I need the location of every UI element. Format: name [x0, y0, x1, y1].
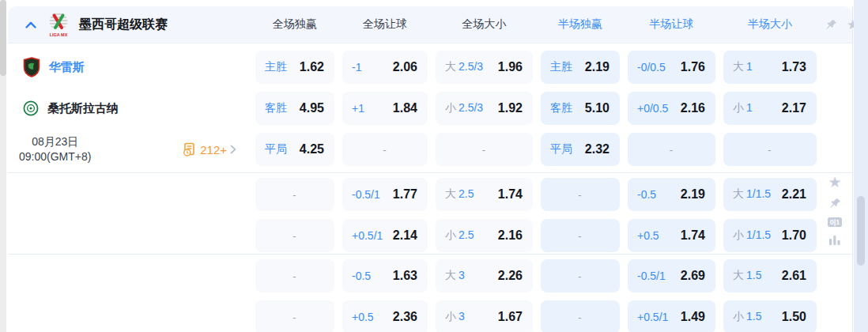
- odds-section-main: 华雷斯 主胜1.62-12.06大2.5/31.96主胜2.19-0/0.51.…: [8, 43, 852, 166]
- odds-cell[interactable]: -0.51.63: [342, 259, 428, 292]
- odds-line-label: 2.5: [459, 187, 474, 200]
- odds-label: -0.5/1: [637, 270, 666, 282]
- odds-label: 小2.5: [445, 228, 474, 243]
- odds-value: 2.21: [782, 187, 806, 202]
- odds-label: +0.5/1: [637, 311, 668, 323]
- odds-cell[interactable]: -12.06: [342, 51, 428, 84]
- odds-cell[interactable]: 主胜2.19: [541, 51, 620, 84]
- odds-cell[interactable]: -: [541, 259, 620, 292]
- odds-cell[interactable]: 小31.67: [436, 300, 533, 332]
- odds-cell[interactable]: -: [723, 133, 817, 166]
- odds-cell[interactable]: 大11.73: [723, 51, 817, 84]
- odds-line-label: 1/1.5: [746, 187, 771, 200]
- away-team-logo: [23, 100, 39, 116]
- odds-side-label: 大: [733, 60, 744, 73]
- column-header-6[interactable]: 半场大小: [723, 17, 817, 32]
- odds-cell[interactable]: -: [628, 133, 715, 166]
- odds-cell[interactable]: 大1/1.52.21: [723, 178, 817, 211]
- odds-cell[interactable]: +0/0.52.16: [628, 92, 715, 125]
- odds-cell[interactable]: +0.5/11.49: [628, 300, 715, 332]
- odds-empty: -: [578, 230, 581, 242]
- score-view-icon[interactable]: 0|1: [828, 217, 843, 227]
- odds-cell[interactable]: -: [436, 133, 533, 166]
- odds-cell[interactable]: 大2.5/31.96: [436, 51, 533, 84]
- odds-line-label: +0.5/1: [352, 229, 383, 242]
- odds-line-label: -0.5/1: [352, 188, 380, 201]
- odds-cell[interactable]: 小12.17: [723, 92, 817, 125]
- odds-label: 小2.5/3: [445, 101, 483, 115]
- odds-cell[interactable]: 平局4.25: [255, 133, 334, 166]
- column-header-5[interactable]: 半场让球: [628, 17, 715, 32]
- odds-label: 大3: [445, 269, 465, 283]
- odds-cell[interactable]: 大1.52.61: [723, 259, 817, 292]
- odds-cell[interactable]: 大32.26: [436, 259, 533, 292]
- odds-cell[interactable]: 客胜4.95: [255, 92, 334, 125]
- odds-row: --0.51.63大32.26--0.5/12.69大1.52.61: [8, 259, 852, 292]
- odds-label: 大2.5: [445, 187, 474, 202]
- odds-cell[interactable]: -: [255, 300, 334, 332]
- odds-value: 2.17: [782, 101, 806, 115]
- more-markets-link[interactable]: 212+: [183, 142, 236, 157]
- odds-cell[interactable]: +0.5/12.14: [342, 219, 428, 252]
- column-header-4[interactable]: 半场独赢: [541, 17, 620, 32]
- left-scrollbar-track[interactable]: [0, 0, 6, 332]
- column-header-1[interactable]: 全场独赢: [255, 17, 334, 32]
- odds-value: 1.74: [681, 228, 705, 243]
- odds-line-label: 1.5: [746, 310, 761, 323]
- odds-cell[interactable]: -0.5/12.69: [628, 259, 715, 292]
- odds-label: -0.5: [352, 270, 371, 282]
- odds-cell[interactable]: -: [541, 178, 620, 211]
- odds-cell[interactable]: -: [541, 219, 620, 252]
- odds-side-label: 小: [445, 228, 456, 241]
- left-scrollbar-thumb[interactable]: [0, 0, 6, 76]
- odds-side-label: 小: [445, 310, 456, 323]
- league-info: LIGA MX 墨西哥超级联赛: [8, 11, 247, 38]
- favorite-star-icon[interactable]: ★: [828, 175, 841, 190]
- right-scrollbar-thumb[interactable]: [857, 196, 865, 266]
- odds-empty: -: [670, 144, 673, 156]
- column-header-2[interactable]: 全场让球: [342, 17, 428, 32]
- odds-cell[interactable]: -: [255, 178, 334, 211]
- odds-cell[interactable]: +0.52.36: [342, 300, 428, 332]
- odds-side-label: 小: [733, 228, 744, 241]
- odds-cell[interactable]: 平局2.32: [541, 133, 620, 166]
- odds-cell[interactable]: 小2.5/31.92: [436, 92, 533, 125]
- odds-cell[interactable]: 大2.51.74: [436, 178, 533, 211]
- odds-value: 2.69: [681, 269, 705, 283]
- collapse-button[interactable]: [24, 17, 38, 32]
- odds-value: 2.06: [393, 60, 417, 74]
- away-team-name[interactable]: 桑托斯拉古纳: [47, 101, 119, 116]
- right-scrollbar-track[interactable]: [854, 0, 868, 332]
- odds-empty: -: [292, 270, 296, 282]
- odds-cell[interactable]: +0.51.74: [628, 219, 715, 252]
- odds-cell[interactable]: 客胜5.10: [541, 92, 620, 125]
- column-header-3[interactable]: 全场大小: [436, 17, 533, 32]
- odds-cell[interactable]: 主胜1.62: [255, 51, 334, 84]
- stats-chart-icon[interactable]: [828, 234, 841, 245]
- odds-cell[interactable]: -: [255, 259, 334, 292]
- odds-cell[interactable]: -: [541, 300, 620, 332]
- odds-line-label: +0.5/1: [637, 311, 668, 323]
- pin-icon[interactable]: [825, 18, 838, 32]
- odds-label: 小3: [445, 310, 465, 324]
- odds-cell[interactable]: 小1.51.50: [723, 300, 817, 332]
- odds-cell[interactable]: -0.5/11.77: [342, 178, 428, 211]
- odds-value: 5.10: [585, 101, 609, 115]
- odds-cell[interactable]: -: [342, 133, 428, 166]
- odds-cell[interactable]: -: [255, 219, 334, 252]
- odds-label: 主胜: [550, 60, 572, 74]
- home-team-name[interactable]: 华雷斯: [49, 60, 85, 75]
- odds-cell[interactable]: 小1/1.51.70: [723, 219, 817, 252]
- match-date: 08月23日: [19, 134, 91, 149]
- odds-label: 平局: [550, 142, 572, 157]
- odds-empty: -: [292, 230, 296, 242]
- odds-cell[interactable]: 小2.52.16: [436, 219, 533, 252]
- odds-value: 1.77: [393, 187, 417, 202]
- odds-label: 小1: [733, 101, 753, 115]
- odds-cell[interactable]: -0.52.19: [628, 178, 715, 211]
- pin-icon[interactable]: [828, 197, 842, 210]
- odds-side-label: 大: [445, 187, 456, 200]
- odds-cell[interactable]: +11.84: [342, 92, 428, 125]
- odds-cell[interactable]: -0/0.51.76: [628, 51, 715, 84]
- odds-side-label: 大: [733, 269, 744, 281]
